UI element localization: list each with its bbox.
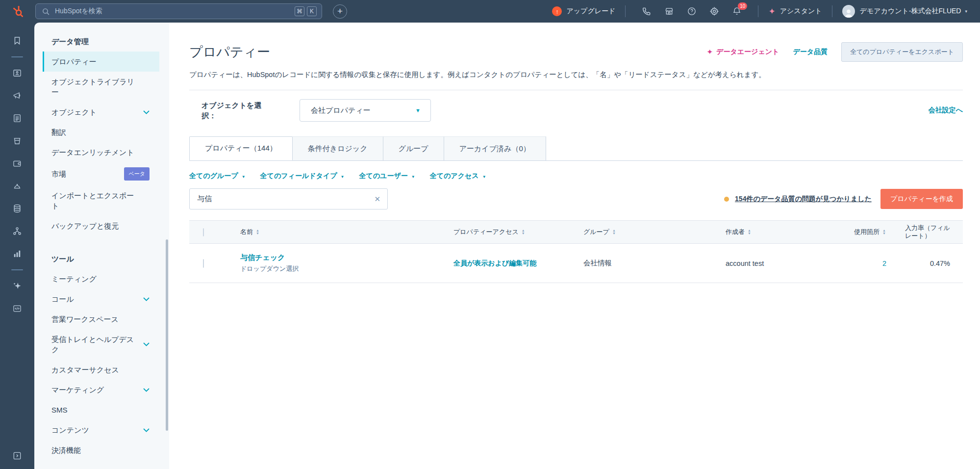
chevron-down-icon — [143, 342, 150, 346]
upgrade-button[interactable]: ↑ アップグレード — [552, 6, 615, 16]
data-quality-issues-link[interactable]: 154件のデータ品質の問題が見つかりました — [735, 195, 872, 204]
company-settings-link[interactable]: 会社設定へ — [929, 106, 963, 115]
properties-table: 名前 ▲▼ プロパティーアクセス ▲▼ グループ ▲▼ 作成者 ▲▼ 使用箇所 — [189, 220, 963, 283]
tab-archived[interactable]: アーカイブ済み（0） — [444, 136, 546, 160]
rail-divider — [11, 56, 23, 57]
developer-code-icon[interactable] — [12, 303, 23, 314]
property-used-in-link[interactable]: 2 — [848, 260, 891, 267]
bookmarks-icon[interactable] — [12, 35, 23, 46]
topbar-right-cluster: ↑ アップグレード — [552, 5, 967, 18]
property-creator-cell: account test — [720, 260, 848, 267]
account-menu[interactable]: デモアカウント-株式会社FLUED ▾ — [842, 5, 967, 18]
marketing-megaphone-icon[interactable] — [12, 90, 23, 101]
assistant-button[interactable]: ✦ アシスタント — [768, 6, 822, 17]
property-name-link[interactable]: 与信チェック — [240, 253, 448, 262]
sidebar-item-translations[interactable]: 翻訳 — [43, 122, 159, 142]
table-row: 与信チェック ドロップダウン選択 全員が表示および編集可能 会社情報 accou… — [189, 244, 963, 283]
notifications-bell-icon[interactable]: 10 — [731, 6, 742, 17]
sidebar-item-inbox-helpdesk[interactable]: 受信トレイとヘルプデスク — [43, 329, 159, 360]
sidebar-item-marketing[interactable]: マーケティング — [43, 380, 159, 400]
filter-all-users[interactable]: 全てのユーザー▼ — [359, 172, 415, 181]
sidebar-section-data-management: データ管理 — [51, 32, 147, 52]
filter-all-access[interactable]: 全てのアクセス▼ — [430, 172, 486, 181]
content-form-icon[interactable] — [12, 113, 23, 124]
filter-all-field-types[interactable]: 全てのフィールドタイプ▼ — [260, 172, 345, 181]
sidebar-item-content[interactable]: コンテンツ — [43, 420, 159, 440]
sidebar-item-backup-restore[interactable]: バックアップと復元 — [43, 216, 159, 236]
sidebar-item-calls[interactable]: コール — [43, 289, 159, 309]
sidebar-item-payments[interactable]: 決済機能 — [43, 440, 159, 460]
sidebar-item-customer-success[interactable]: カスタマーサクセス — [43, 360, 159, 380]
automations-workflow-icon[interactable] — [12, 226, 23, 236]
column-header-group[interactable]: グループ ▲▼ — [578, 228, 720, 236]
tab-properties[interactable]: プロパティー（144） — [189, 136, 293, 160]
column-header-name[interactable]: 名前 ▲▼ — [234, 228, 448, 236]
caret-down-icon: ▼ — [411, 175, 415, 179]
sort-icon[interactable]: ▲▼ — [612, 229, 616, 235]
data-quality-link[interactable]: データ品質 — [793, 48, 828, 56]
column-header-access[interactable]: プロパティーアクセス ▲▼ — [448, 228, 578, 236]
sidebar-item-sales-workspace[interactable]: 営業ワークスペース — [43, 309, 159, 329]
tab-groups[interactable]: グループ — [383, 136, 444, 160]
create-new-button[interactable]: + — [333, 4, 347, 19]
filter-all-groups[interactable]: 全てのグループ▼ — [189, 172, 246, 181]
contacts-icon[interactable] — [12, 68, 23, 78]
sidebar-item-object-library[interactable]: オブジェクトライブラリー — [43, 72, 159, 102]
sidebar-item-data-enrichment[interactable]: データエンリッチメント — [43, 142, 159, 162]
sort-icon[interactable]: ▲▼ — [522, 229, 525, 235]
hubspot-logo-icon[interactable] — [12, 5, 25, 18]
property-fill-rate-cell: 0.47% — [891, 260, 963, 267]
sort-icon[interactable]: ▲▼ — [256, 229, 259, 235]
sidebar-scrollbar[interactable] — [166, 239, 168, 431]
sidebar-item-import-export[interactable]: インポートとエクスポート — [43, 185, 159, 216]
sidebar-item-sms[interactable]: SMS — [43, 400, 159, 420]
sidebar-item-properties[interactable]: プロパティー — [43, 52, 159, 72]
row-checkbox[interactable] — [203, 259, 204, 268]
create-property-button[interactable]: プロパティーを作成 — [880, 189, 963, 209]
avatar — [842, 5, 855, 18]
tab-conditional-logic[interactable]: 条件付きロジック — [293, 136, 383, 160]
sidebar-navigation: データ管理 プロパティー オブジェクトライブラリー オブジェクト 翻訳 データエ… — [34, 23, 169, 469]
sidebar-section-tools: ツール — [51, 250, 147, 269]
sidebar-item-meetings[interactable]: ミーティング — [43, 269, 159, 289]
export-all-properties-button[interactable]: 全てのプロパティーをエクスポート — [841, 42, 963, 62]
service-bell-icon[interactable] — [12, 181, 23, 191]
column-header-creator[interactable]: 作成者 ▲▼ — [720, 228, 848, 236]
reporting-bar-chart-icon[interactable] — [12, 248, 23, 259]
beta-badge: ベータ — [124, 167, 150, 181]
settings-gear-icon[interactable] — [709, 6, 720, 17]
calling-icon[interactable] — [641, 6, 652, 17]
clear-search-icon[interactable]: ✕ — [374, 195, 380, 204]
divider — [758, 5, 758, 17]
data-management-database-icon[interactable] — [12, 203, 23, 214]
select-all-checkbox[interactable] — [203, 228, 204, 236]
sidebar-item-objects[interactable]: オブジェクト — [43, 102, 159, 122]
sort-icon[interactable]: ▲▼ — [882, 229, 886, 235]
sort-icon[interactable]: ▲▼ — [748, 229, 751, 235]
global-search-input[interactable]: HubSpotを検索 ⌘ K — [35, 3, 322, 19]
page-title: プロパティー — [189, 43, 270, 61]
marketplace-icon[interactable] — [664, 6, 675, 17]
object-select-dropdown[interactable]: 会社プロパティー ▼ — [300, 99, 431, 122]
payments-wallet-icon[interactable] — [12, 158, 23, 169]
caret-down-icon: ▼ — [482, 175, 486, 179]
property-group-cell: 会社情報 — [578, 259, 720, 268]
property-type-label: ドロップダウン選択 — [240, 264, 448, 273]
commerce-icon[interactable] — [12, 135, 23, 146]
upgrade-label: アップグレード — [566, 7, 615, 16]
caret-down-icon: ▼ — [242, 175, 246, 179]
sidebar-item-marketplace[interactable]: 市場 ベータ — [43, 162, 159, 185]
property-search-input[interactable]: 与信 ✕ — [189, 188, 388, 209]
breeze-ai-sparkle-icon[interactable] — [12, 281, 23, 291]
top-navigation-bar: HubSpotを検索 ⌘ K + ↑ アップグレード — [0, 0, 980, 23]
column-header-fill-rate: 入力率（フィルレート） — [891, 224, 963, 240]
notification-count-badge: 10 — [738, 2, 747, 10]
help-icon[interactable] — [686, 6, 697, 17]
column-header-used-in[interactable]: 使用箇所 ▲▼ — [848, 228, 891, 236]
expand-panel-icon[interactable] — [12, 450, 23, 461]
divider — [832, 5, 832, 17]
property-access-link[interactable]: 全員が表示および編集可能 — [448, 259, 578, 268]
chevron-down-icon — [143, 110, 150, 114]
data-agent-link[interactable]: ✦ データエージェント — [707, 48, 779, 56]
chevron-down-icon: ▾ — [965, 9, 967, 14]
